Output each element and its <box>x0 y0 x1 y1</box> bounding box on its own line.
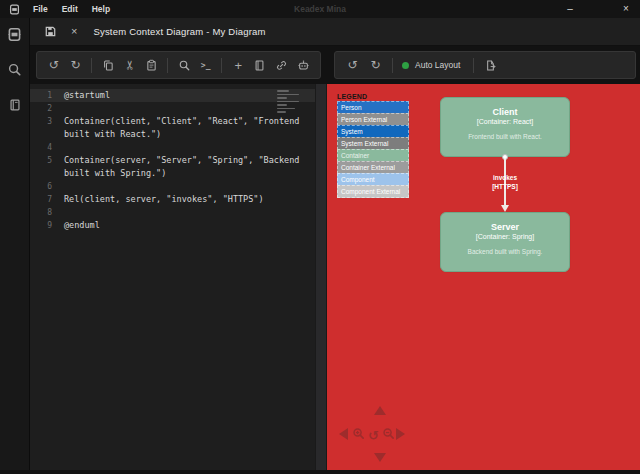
minimap-line <box>277 97 287 99</box>
code-editor[interactable]: 1 @startuml 2 3 Container(client, <box>30 84 315 470</box>
activity-bar <box>0 18 30 470</box>
diagram-undo-icon[interactable]: ↺ <box>341 54 364 76</box>
diagram-toolbar: ↺ ↻ Auto Layout <box>334 51 636 79</box>
menu-bar: FileEditHelp <box>33 4 110 14</box>
tab-close-icon[interactable]: × <box>71 26 77 37</box>
node-description: Backend built with Spring. <box>441 248 569 255</box>
menu-item[interactable]: File <box>33 4 48 14</box>
paste-icon[interactable] <box>141 54 163 76</box>
diagram-redo-icon[interactable]: ↻ <box>364 54 387 76</box>
line-number: 6 <box>30 180 52 193</box>
search-icon[interactable] <box>6 61 23 78</box>
minimap-line <box>277 104 287 106</box>
tab-title: System Context Diagram - My Diagram <box>93 26 265 37</box>
find-icon[interactable] <box>173 54 195 76</box>
toolbar-divider <box>91 58 92 73</box>
auto-layout-status-dot <box>402 62 409 69</box>
legend-items: Person Person External System System Ext… <box>337 101 409 198</box>
line-text: built with Spring.") <box>52 167 166 180</box>
edge-label[interactable]: invokes [HTTPS] <box>492 173 518 191</box>
menu-item[interactable]: Edit <box>62 4 78 14</box>
minimap-line <box>277 94 299 96</box>
line-text: Container(client, "Client", "React", "Fr… <box>52 115 299 128</box>
copy-icon[interactable] <box>97 54 119 76</box>
projects-icon[interactable] <box>6 26 23 43</box>
cut-icon[interactable]: ✂ <box>119 54 141 76</box>
toolbar-divider <box>392 58 393 73</box>
line-text: built with React.") <box>52 128 161 141</box>
code-line: 8 <box>30 206 315 219</box>
line-text: Rel(client, server, "invokes", "HTTPS") <box>52 193 264 206</box>
window-bottom-edge <box>0 470 640 474</box>
pan-down-icon[interactable] <box>374 453 386 462</box>
line-number: 2 <box>30 102 52 115</box>
line-text <box>52 180 64 193</box>
close-button[interactable]: × <box>620 4 632 14</box>
legend: LEGEND Person Person External System Sys… <box>337 93 409 198</box>
titlebar: FileEditHelp Keadex Mina – × <box>0 0 640 18</box>
line-number: 1 <box>30 89 52 102</box>
auto-layout-toggle[interactable]: Auto Layout <box>415 60 460 70</box>
code-line: 7 Rel(client, server, "invokes", "HTTPS"… <box>30 193 315 206</box>
canvas-nav-controls: ↺ <box>337 406 407 462</box>
save-icon[interactable] <box>44 25 57 38</box>
diagram-canvas[interactable]: LEGEND Person Person External System Sys… <box>327 84 640 470</box>
code-line: 9 @enduml <box>30 219 315 232</box>
minimap-line <box>277 101 299 103</box>
code-line: 3 Container(client, "Client", "React", "… <box>30 115 315 128</box>
pan-up-icon[interactable] <box>374 406 386 415</box>
line-number: 7 <box>30 193 52 206</box>
library-element-icon[interactable] <box>249 54 271 76</box>
app-logo-icon <box>8 3 21 16</box>
toolbar-row: ↺ ↻ ✂ <box>30 46 640 84</box>
node-server[interactable]: Server [Container: Spring] Backend built… <box>440 212 570 272</box>
reset-zoom-icon[interactable]: ↺ <box>368 429 379 442</box>
code-line: built with React.") <box>30 128 315 141</box>
add-element-icon[interactable]: + <box>227 54 249 76</box>
pan-left-icon[interactable] <box>339 428 348 440</box>
zoom-out-icon[interactable] <box>382 426 395 444</box>
toolbar-divider <box>167 58 168 73</box>
code-line: 2 <box>30 102 315 115</box>
toolbar-divider <box>473 58 474 73</box>
editor-toolbar: ↺ ↻ ✂ <box>36 51 321 79</box>
line-number: 4 <box>30 141 52 154</box>
undo-icon[interactable]: ↺ <box>43 54 65 76</box>
edge-tech-text: [HTTPS] <box>492 182 518 191</box>
line-number: 9 <box>30 219 52 232</box>
terminal-icon[interactable]: >_ <box>195 54 217 76</box>
code-line: 4 <box>30 141 315 154</box>
pan-right-icon[interactable] <box>396 428 405 440</box>
line-text <box>52 102 64 115</box>
export-icon[interactable] <box>479 54 502 76</box>
pane-splitter[interactable] <box>315 84 327 470</box>
legend-title: LEGEND <box>337 93 409 100</box>
node-subtitle: [Container: Spring] <box>441 232 569 241</box>
node-client[interactable]: Client [Container: React] Frontend built… <box>440 97 570 157</box>
ai-assistant-icon[interactable] <box>292 54 314 76</box>
legend-item: Component External <box>337 185 409 198</box>
code-line: built with Spring.") <box>30 167 315 180</box>
menu-item[interactable]: Help <box>92 4 110 14</box>
tab-bar[interactable]: × System Context Diagram - My Diagram <box>30 18 640 46</box>
code-line: 5 Container(server, "Server", "Spring", … <box>30 154 315 167</box>
node-subtitle: [Container: React] <box>441 117 569 126</box>
code-lines: 1 @startuml 2 3 Container(client, <box>30 89 315 232</box>
app-window: FileEditHelp Keadex Mina – × <box>0 0 640 474</box>
zoom-in-icon[interactable] <box>352 426 365 444</box>
redo-icon[interactable]: ↻ <box>65 54 87 76</box>
code-line: 6 <box>30 180 315 193</box>
library-icon[interactable] <box>6 96 23 113</box>
toolbar-divider <box>221 58 222 73</box>
line-text: @startuml <box>52 89 110 102</box>
minimap-line <box>277 108 295 110</box>
link-icon[interactable] <box>271 54 293 76</box>
line-text: @enduml <box>52 219 100 232</box>
node-title: Server <box>441 222 569 232</box>
minimap[interactable] <box>277 90 301 113</box>
line-text: Container(server, "Server", "Spring", "B… <box>52 154 299 167</box>
minimize-button[interactable]: – <box>564 4 576 14</box>
line-number <box>30 128 52 141</box>
node-description: Frontend built with React. <box>441 133 569 140</box>
line-number: 3 <box>30 115 52 128</box>
